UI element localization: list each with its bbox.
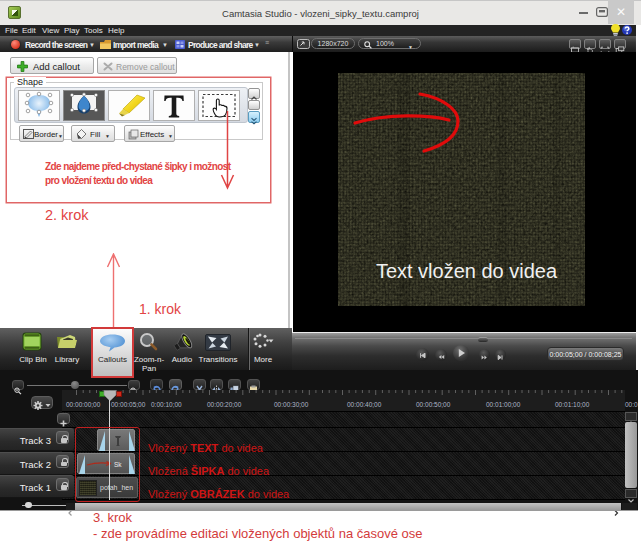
svg-text:00:00:20;00: 00:00:20;00 — [207, 401, 242, 408]
svg-text:00:01:10;00: 00:01:10;00 — [555, 401, 590, 408]
svg-text:00:01:00;00: 00:01:00;00 — [486, 401, 521, 408]
svg-text:00:00:30;00: 00:00:30;00 — [274, 401, 309, 408]
svg-text:00:00:05;00: 00:00:05;00 — [111, 401, 146, 408]
svg-text:00:00:40;00: 00:00:40;00 — [347, 401, 382, 408]
svg-text:0:00:10;00: 0:00:10;00 — [151, 401, 182, 408]
svg-text:00:00:50;00: 00:00:50;00 — [416, 401, 451, 408]
svg-text:00:00:00;00: 00:00:00;00 — [66, 401, 101, 408]
